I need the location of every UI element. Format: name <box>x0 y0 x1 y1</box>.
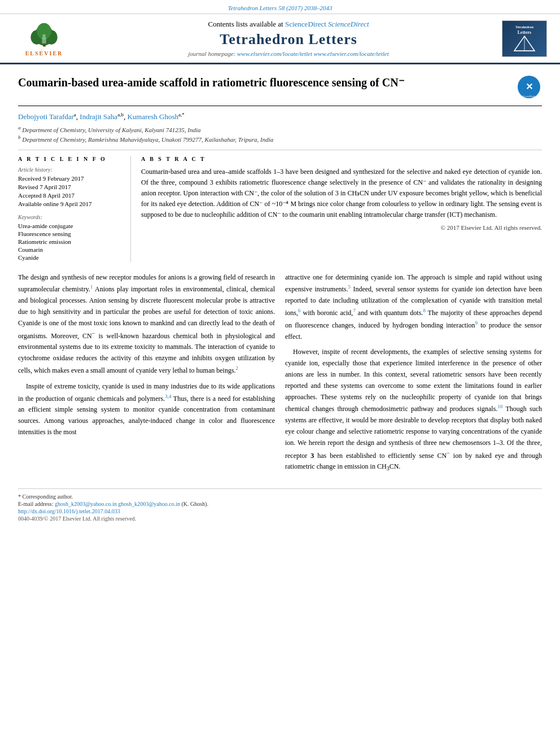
elsevier-text: ELSEVIER <box>25 50 63 56</box>
keyword-3: Ratiometric emission <box>18 238 124 245</box>
sciencedirect-link[interactable]: ScienceDirect <box>285 20 326 28</box>
author-3: Kumaresh Ghosh <box>127 112 178 121</box>
author-2: Indrajit Saha <box>80 112 117 121</box>
article-info-column: A R T I C L E I N F O Article history: R… <box>18 156 131 262</box>
svg-rect-5 <box>42 37 46 43</box>
author-1: Debojyoti Tarafdar <box>18 112 74 121</box>
affiliations: a Department of Chemistry, University of… <box>18 125 542 142</box>
doi-link[interactable]: http://dx.doi.org/10.1016/j.tetlet.2017.… <box>18 508 120 514</box>
body-para-2: Inspite of extreme toxicity, cyanide is … <box>18 381 275 438</box>
journal-homepage: journal homepage: www.elsevier.com/locat… <box>78 50 499 57</box>
keyword-5: Cyanide <box>18 254 124 261</box>
issn-line: 0040-4039/© 2017 Elsevier Ltd. All right… <box>18 516 542 522</box>
journal-title: Tetrahedron Letters <box>78 31 499 48</box>
journal-header: ELSEVIER Contents lists available at Sci… <box>0 14 560 64</box>
affiliation-1: a Department of Chemistry, University of… <box>18 125 542 133</box>
corresponding-note: * Corresponding author. <box>18 493 542 500</box>
history-label: Article history: <box>18 167 124 173</box>
doi-line: http://dx.doi.org/10.1016/j.tetlet.2017.… <box>18 508 542 514</box>
contents-available-text: Contents lists available at ScienceDirec… <box>78 20 499 29</box>
elsevier-logo: ELSEVIER <box>10 21 78 56</box>
article-content: Coumarin-based urea-amide scaffold in ra… <box>0 64 560 488</box>
abstract-label: A B S T R A C T <box>141 156 542 162</box>
crossmark-logo[interactable]: ✕ CrossMark <box>517 75 542 100</box>
svg-text:CrossMark: CrossMark <box>523 95 536 98</box>
email-note: E-mail address: ghosh_k2003@yahoo.co.in … <box>18 501 542 507</box>
body-left-column: The design and synthesis of new receptor… <box>18 272 275 479</box>
top-citation-bar: Tetrahedron Letters 58 (2017) 2038–2043 <box>0 0 560 14</box>
email-link[interactable]: ghosh_k2003@yahoo.co.in <box>55 501 117 507</box>
tl-logo-icon <box>513 35 536 52</box>
elsevier-tree-icon <box>26 21 63 49</box>
abstract-copyright: © 2017 Elsevier Ltd. All rights reserved… <box>141 224 542 231</box>
article-title: Coumarin-based urea-amide scaffold in ra… <box>18 75 511 90</box>
body-para-1: The design and synthesis of new receptor… <box>18 272 275 377</box>
article-footer: * Corresponding author. E-mail address: … <box>18 488 542 524</box>
affiliation-2: b Department of Chemistry, Ramkrishna Ma… <box>18 134 542 143</box>
body-para-4: However, inspite of recent developments,… <box>285 347 542 474</box>
article-title-section: Coumarin-based urea-amide scaffold in ra… <box>18 75 542 106</box>
journal-header-center: Contents lists available at ScienceDirec… <box>78 20 499 57</box>
authors-line: Debojyoti Tarafdara, Indrajit Sahaa,b, K… <box>18 112 542 121</box>
citation-text: Tetrahedron Letters 58 (2017) 2038–2043 <box>228 5 333 11</box>
svg-text:✕: ✕ <box>526 82 533 91</box>
available-date: Available online 9 April 2017 <box>18 200 124 207</box>
abstract-column: A B S T R A C T Coumarin-based urea and … <box>141 156 542 262</box>
abstract-text: Coumarin-based urea and urea–amide scaff… <box>141 167 542 221</box>
sciencedirect-name: ScienceDirect <box>328 20 369 28</box>
article-info-label: A R T I C L E I N F O <box>18 156 124 162</box>
body-section: The design and synthesis of new receptor… <box>18 272 542 489</box>
keyword-1: Urea-amide conjugate <box>18 222 124 229</box>
homepage-url[interactable]: www.elsevier.com/locate/tetlet <box>237 50 312 57</box>
tl-logo-box: Tetrahedron Letters <box>502 20 547 57</box>
accepted-date: Accepted 8 April 2017 <box>18 192 124 199</box>
tl-logo: Tetrahedron Letters <box>499 20 550 57</box>
received-date: Received 9 February 2017 <box>18 175 124 182</box>
info-abstract-section: A R T I C L E I N F O Article history: R… <box>18 150 542 262</box>
body-right-column: attractive one for determining cyanide i… <box>285 272 542 479</box>
svg-point-6 <box>42 34 45 37</box>
keywords-label: Keywords: <box>18 214 124 220</box>
revised-date: Revised 7 April 2017 <box>18 184 124 190</box>
keyword-2: Fluorescence sensing <box>18 230 124 237</box>
body-para-3: attractive one for determining cyanide i… <box>285 272 542 343</box>
keyword-4: Coumarin <box>18 246 124 253</box>
